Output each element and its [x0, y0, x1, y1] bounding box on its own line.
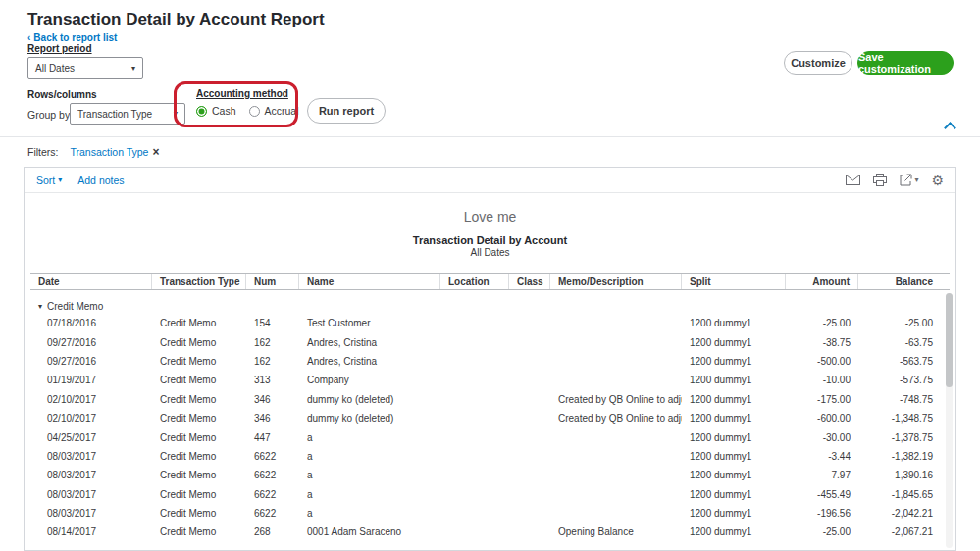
- radio-cash-icon: [196, 106, 207, 117]
- table-cell: Credit Memo: [152, 485, 246, 504]
- table-cell: 1200 dummy1: [682, 447, 786, 466]
- run-report-button[interactable]: Run report: [307, 98, 386, 124]
- table-cell: Credit Memo: [152, 314, 246, 332]
- table-cell: 346: [246, 409, 299, 427]
- report-toolbar: Sort ▾ Add notes ▾ ⚙: [25, 168, 955, 193]
- chevron-down-icon: ▾: [174, 110, 178, 118]
- table-cell: 6622: [246, 504, 299, 523]
- radio-cash[interactable]: Cash: [196, 105, 236, 117]
- back-chevron-icon: ‹: [27, 32, 30, 43]
- table-cell: [550, 427, 682, 446]
- group-label: Credit Memo: [47, 301, 103, 312]
- report-title: Transaction Detail by Account: [25, 234, 955, 246]
- table-row[interactable]: 07/18/2016Credit Memo154Test Customer120…: [30, 314, 950, 332]
- table-cell: [440, 504, 509, 523]
- page-title: Transaction Detail by Account Report: [27, 10, 325, 29]
- table-cell: [440, 523, 509, 541]
- table-cell: [509, 485, 550, 504]
- sort-menu[interactable]: Sort ▾: [36, 175, 62, 186]
- table-cell: a: [299, 485, 440, 504]
- table-cell: Created by QB Online to adjust ...: [550, 390, 682, 409]
- table-cell: 6622: [246, 447, 299, 466]
- export-icon[interactable]: ▾: [900, 174, 918, 186]
- filters-row: Filters: Transaction Type ×: [27, 145, 159, 159]
- table-cell: [550, 332, 682, 351]
- save-customization-button[interactable]: Save customization: [857, 51, 954, 75]
- table-cell: [550, 466, 682, 484]
- table-cell: 08/03/2017: [30, 504, 152, 523]
- table-cell: 1200 dummy1: [682, 371, 786, 389]
- report-head: Love me Transaction Detail by Account Al…: [25, 209, 955, 258]
- rows-columns-label: Rows/columns: [27, 89, 97, 100]
- table-cell: [440, 427, 509, 446]
- table-cell: Credit Memo: [152, 523, 246, 541]
- table-cell: [509, 409, 550, 427]
- table-cell: -573.75: [858, 371, 941, 389]
- table-cell: 08/03/2017: [30, 485, 152, 504]
- column-header-num: Num: [246, 274, 299, 289]
- radio-accrual[interactable]: Accrual: [249, 105, 299, 117]
- accounting-method-label: Accounting method: [196, 88, 288, 99]
- table-row[interactable]: 08/03/2017Credit Memo6622a1200 dummy1-7.…: [30, 466, 950, 484]
- table-row[interactable]: 09/27/2016Credit Memo162Andres, Cristina…: [30, 332, 950, 351]
- table-cell: 08/03/2017: [30, 466, 152, 484]
- collapse-panel-chevron-up-icon[interactable]: [945, 121, 956, 132]
- table-cell: Credit Memo: [152, 504, 246, 523]
- table-body: 07/18/2016Credit Memo154Test Customer120…: [30, 314, 950, 542]
- table-cell: 07/18/2016: [30, 314, 152, 332]
- column-header-transaction-type: Transaction Type: [152, 274, 246, 289]
- column-header-location: Location: [440, 274, 509, 289]
- table-cell: 154: [246, 314, 299, 332]
- email-icon[interactable]: [846, 175, 860, 185]
- table-cell: [550, 447, 682, 466]
- table-row[interactable]: 08/14/2017Credit Memo2680001 Adam Sarace…: [30, 523, 950, 541]
- back-link[interactable]: ‹ Back to report list: [27, 32, 117, 43]
- report-subtitle: All Dates: [25, 247, 955, 258]
- add-notes-link[interactable]: Add notes: [77, 175, 124, 186]
- table-cell: -3.44: [786, 447, 858, 466]
- table-row[interactable]: 01/19/2017Credit Memo313Company1200 dumm…: [30, 371, 950, 389]
- table-row[interactable]: 08/03/2017Credit Memo6622a1200 dummy1-19…: [30, 504, 950, 523]
- table-cell: -1,382.19: [858, 447, 941, 466]
- group-row-credit-memo[interactable]: ▾ Credit Memo: [30, 299, 950, 314]
- company-name: Love me: [25, 209, 955, 225]
- table-cell: 08/03/2017: [30, 447, 152, 466]
- filter-chip-label: Transaction Type: [71, 146, 149, 158]
- table-row[interactable]: 09/27/2016Credit Memo162Andres, Cristina…: [30, 352, 950, 371]
- table-row[interactable]: 04/25/2017Credit Memo447a1200 dummy1-30.…: [30, 427, 950, 446]
- filter-remove-icon[interactable]: ×: [152, 145, 159, 159]
- table-cell: Andres, Cristina: [299, 332, 440, 351]
- radio-cash-label: Cash: [212, 105, 236, 117]
- table-cell: Credit Memo: [152, 352, 246, 371]
- table-cell: [509, 466, 550, 484]
- radio-accrual-label: Accrual: [265, 105, 299, 117]
- table-row[interactable]: 08/03/2017Credit Memo6622a1200 dummy1-45…: [30, 485, 950, 504]
- table-cell: Credit Memo: [152, 390, 246, 409]
- table-cell: 313: [246, 371, 299, 389]
- group-by-select[interactable]: Transaction Type ▾: [70, 103, 185, 125]
- table-cell: [509, 447, 550, 466]
- table-cell: 268: [246, 523, 299, 541]
- table-row[interactable]: 08/03/2017Credit Memo6622a1200 dummy1-3.…: [30, 447, 950, 466]
- print-icon[interactable]: [873, 174, 887, 186]
- table-cell: [550, 485, 682, 504]
- table-cell: 09/27/2016: [30, 352, 152, 371]
- gear-icon[interactable]: ⚙: [931, 174, 944, 187]
- table-cell: 6622: [246, 466, 299, 484]
- table-cell: 162: [246, 352, 299, 371]
- scrollbar-thumb[interactable]: [946, 293, 953, 387]
- table-cell: -600.00: [786, 409, 858, 427]
- table-cell: -7.97: [786, 466, 858, 484]
- customize-button[interactable]: Customize: [784, 51, 852, 75]
- table-row[interactable]: 02/10/2017Credit Memo346dummy ko (delete…: [30, 390, 950, 409]
- table-cell: [509, 314, 550, 332]
- chevron-down-icon: ▾: [131, 65, 135, 73]
- table-row[interactable]: 02/10/2017Credit Memo346dummy ko (delete…: [30, 409, 950, 427]
- sort-label: Sort: [36, 175, 55, 186]
- table-cell: -500.00: [786, 352, 858, 371]
- table-cell: -196.56: [786, 504, 858, 523]
- report-period-select[interactable]: All Dates ▾: [27, 57, 143, 79]
- filter-chip-transaction-type[interactable]: Transaction Type: [71, 146, 149, 158]
- table-cell: -1,348.75: [858, 409, 941, 427]
- table-cell: 1200 dummy1: [682, 314, 786, 332]
